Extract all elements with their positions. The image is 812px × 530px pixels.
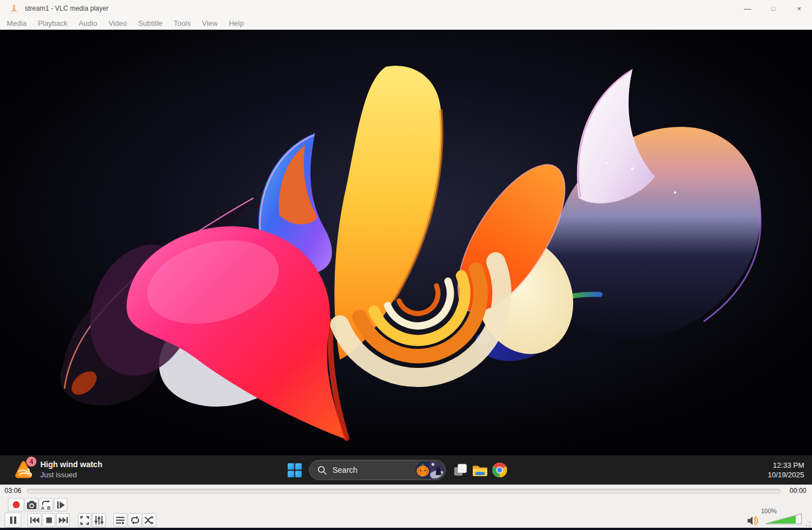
- menu-view[interactable]: View: [201, 18, 219, 29]
- close-button[interactable]: ×: [786, 0, 812, 17]
- random-button[interactable]: [142, 513, 156, 527]
- ab-loop-icon: A B: [40, 500, 52, 510]
- vlc-cone-icon: [10, 4, 19, 13]
- total-time: 00:00: [785, 487, 806, 495]
- frame-step-icon: [56, 501, 66, 509]
- taskbar-search[interactable]: Search: [309, 460, 446, 480]
- clock-time: 12:33 PM: [768, 460, 804, 470]
- controls-bar: A B: [0, 497, 812, 528]
- loop-icon: [130, 515, 140, 525]
- search-highlight-image: [416, 462, 444, 478]
- chrome-button[interactable]: [492, 459, 507, 481]
- ab-loop-button[interactable]: A B: [39, 498, 53, 511]
- elapsed-time: 03:06: [4, 487, 26, 495]
- stop-icon: [46, 517, 52, 523]
- previous-icon: [30, 517, 40, 524]
- stop-button[interactable]: [42, 513, 56, 527]
- search-icon: [317, 466, 327, 475]
- loop-button[interactable]: [128, 513, 142, 527]
- windows-taskbar: 4 High wind watch Just issued: [0, 455, 812, 485]
- taskbar-clock[interactable]: 12:33 PM 10/19/2025: [768, 455, 804, 485]
- notification-title: High wind watch: [40, 459, 102, 470]
- fullscreen-button[interactable]: [78, 513, 91, 527]
- menu-help[interactable]: Help: [228, 18, 245, 29]
- vlc-window: stream1 - VLC media player — □ × Media P…: [0, 0, 812, 530]
- video-frame-artwork: [0, 30, 812, 455]
- shuffle-icon: [144, 516, 155, 524]
- title-bar: stream1 - VLC media player — □ ×: [0, 0, 812, 17]
- resize-grip[interactable]: [805, 521, 811, 527]
- record-icon: [12, 500, 21, 509]
- minimize-button[interactable]: —: [735, 0, 760, 17]
- menu-tools[interactable]: Tools: [173, 18, 192, 29]
- task-view-icon: [453, 462, 468, 478]
- svg-text:A: A: [41, 505, 44, 510]
- seek-row: 03:06 00:00: [0, 485, 812, 497]
- maximize-button[interactable]: □: [760, 0, 786, 17]
- fullscreen-icon: [80, 516, 89, 525]
- search-placeholder: Search: [333, 466, 416, 474]
- weather-notification[interactable]: 4 High wind watch Just issued: [12, 458, 102, 481]
- pause-icon: [9, 516, 17, 524]
- start-button[interactable]: [283, 459, 306, 481]
- seek-slider[interactable]: [27, 488, 781, 494]
- equalizer-icon: [94, 515, 104, 525]
- extended-settings-button[interactable]: [92, 513, 106, 527]
- menu-audio[interactable]: Audio: [77, 18, 98, 29]
- clock-date: 10/19/2025: [768, 470, 804, 480]
- next-button[interactable]: [56, 513, 70, 527]
- svg-text:B: B: [47, 505, 50, 510]
- menu-bar: Media Playback Audio Video Subtitle Tool…: [0, 17, 812, 30]
- frame-by-frame-button[interactable]: [54, 498, 67, 511]
- playlist-icon: [116, 516, 125, 525]
- menu-video[interactable]: Video: [107, 18, 128, 29]
- menu-media[interactable]: Media: [6, 18, 27, 29]
- notification-subtitle: Just issued: [40, 470, 102, 480]
- notification-badge: 4: [26, 457, 36, 467]
- menu-subtitle[interactable]: Subtitle: [137, 18, 163, 29]
- file-explorer-button[interactable]: [472, 459, 488, 481]
- file-explorer-icon: [472, 463, 488, 477]
- next-icon: [58, 517, 68, 524]
- playlist-button[interactable]: [113, 513, 127, 527]
- volume-icon[interactable]: [746, 515, 759, 526]
- task-view-button[interactable]: [453, 459, 468, 481]
- windows-logo-icon: [287, 463, 302, 478]
- video-display[interactable]: 4 High wind watch Just issued: [0, 30, 812, 485]
- chrome-icon: [492, 462, 507, 478]
- previous-button[interactable]: [27, 513, 41, 527]
- snapshot-button[interactable]: [25, 498, 38, 511]
- window-bottom-border: [0, 528, 812, 530]
- pause-button[interactable]: [4, 513, 21, 528]
- camera-icon: [26, 500, 37, 510]
- window-title: stream1 - VLC media player: [25, 4, 108, 12]
- record-button[interactable]: [8, 498, 24, 511]
- volume-slider[interactable]: [764, 512, 804, 526]
- menu-playback[interactable]: Playback: [36, 18, 68, 29]
